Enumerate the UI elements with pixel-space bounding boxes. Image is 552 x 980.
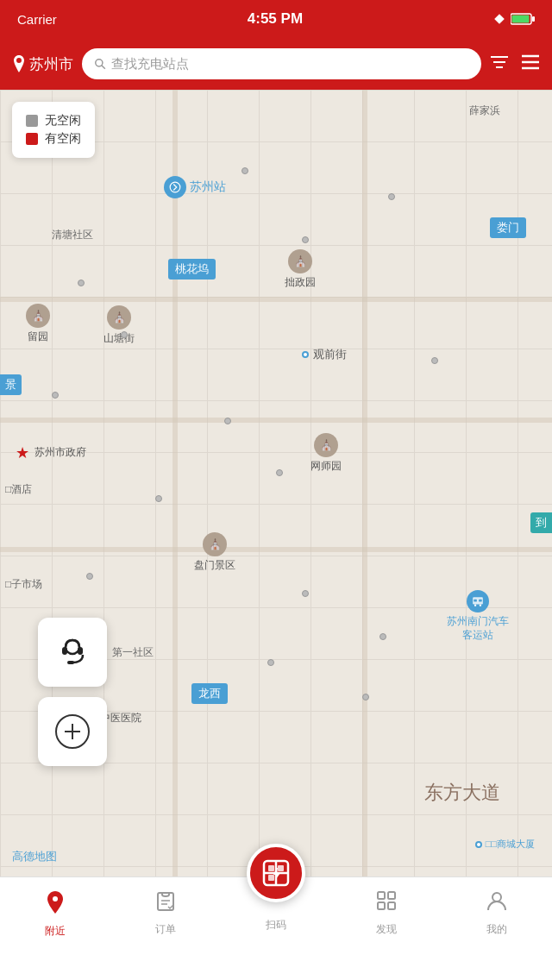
clipboard-icon xyxy=(154,889,177,912)
panmen-poi: ⛪ 盘门景区 xyxy=(194,532,235,573)
svg-rect-13 xyxy=(474,600,477,602)
bottom-landmark-text: □□商城大厦 xyxy=(486,838,535,851)
bottom-landmark-dot xyxy=(475,841,482,848)
svg-line-4 xyxy=(102,66,105,69)
liuyuan-poi: ⛪ 留园 xyxy=(26,304,50,344)
svg-point-3 xyxy=(96,60,103,66)
grid-icon xyxy=(375,889,398,912)
zizi-market-text: □子市场 xyxy=(5,577,42,592)
liuyuan-text: 留园 xyxy=(28,330,48,344)
tab-orders[interactable]: 订单 xyxy=(110,889,221,937)
legend-dot-red xyxy=(26,133,38,145)
shantangjie-icon: ⛪ xyxy=(107,305,131,330)
tab-discover[interactable]: 发现 xyxy=(331,889,442,937)
svg-rect-19 xyxy=(78,647,83,655)
bottom-landmark: □□商城大厦 xyxy=(475,838,535,851)
legend-dot-gray xyxy=(26,115,38,127)
crosshair-cross xyxy=(65,724,80,739)
shantangjie-text: 山塘街 xyxy=(104,331,135,346)
dot4 xyxy=(78,280,85,286)
scan-button[interactable] xyxy=(247,844,305,902)
panmen-text: 盘门景区 xyxy=(194,558,235,573)
location-pin-icon xyxy=(12,55,26,72)
svg-point-11 xyxy=(170,182,180,192)
location-tab-icon xyxy=(43,889,67,914)
svg-rect-1 xyxy=(512,16,530,23)
city-name: 苏州市 xyxy=(29,54,73,74)
header-actions xyxy=(490,54,540,74)
south-bus-station: 苏州南门汽车客运站 xyxy=(447,590,509,642)
svg-rect-18 xyxy=(62,647,67,655)
discover-icon xyxy=(375,889,398,918)
search-bar[interactable]: 查找充电站点 xyxy=(82,48,481,79)
filter-icon xyxy=(490,54,509,70)
longxi-label: 龙西 xyxy=(191,683,228,704)
status-icons xyxy=(493,13,535,25)
city-selector[interactable]: 苏州市 xyxy=(12,54,73,74)
dot11 xyxy=(86,573,93,580)
dot12 xyxy=(302,590,309,597)
gaode-watermark: 高德地图 xyxy=(12,849,57,864)
location-button[interactable] xyxy=(38,697,107,766)
qingtang-label: 清塘社区 xyxy=(52,228,93,242)
svg-rect-25 xyxy=(278,865,284,871)
nearby-icon xyxy=(43,889,67,920)
mine-icon xyxy=(486,889,508,918)
dot3 xyxy=(302,236,309,243)
map-view[interactable]: 无空闲 有空闲 薛家浜 清塘社区 苏州站 娄门 桃花坞 ⛪ 拙政园 ⛪ 留园 ⛪ xyxy=(0,90,552,876)
svg-rect-24 xyxy=(268,865,274,871)
ev-charge-icon xyxy=(169,181,181,193)
orders-label: 订单 xyxy=(155,922,176,937)
guanqianjie: 观前街 xyxy=(302,347,347,362)
svg-rect-35 xyxy=(388,902,395,909)
discover-label: 发现 xyxy=(376,922,397,937)
jiudian-text: □酒店 xyxy=(5,482,32,497)
dot9 xyxy=(276,469,283,476)
filter-button[interactable] xyxy=(490,54,509,74)
tab-nearby[interactable]: 附近 xyxy=(0,889,110,939)
suzhou-gov-text: 苏州市政府 xyxy=(34,445,86,460)
zhengzhengyuan-icon: ⛪ xyxy=(288,249,312,273)
dot7 xyxy=(52,392,59,399)
guanqianjie-text: 观前街 xyxy=(313,347,347,362)
dot5 xyxy=(121,331,128,338)
crosshair-outer xyxy=(55,714,90,749)
road-h2 xyxy=(0,418,552,423)
dot14 xyxy=(267,659,274,666)
dot15 xyxy=(362,694,369,700)
legend-no-vacant: 无空闲 xyxy=(26,113,81,129)
right-edge-label: 到 xyxy=(530,512,552,533)
menu-button[interactable] xyxy=(521,54,540,74)
headset-icon xyxy=(55,635,90,669)
dot13 xyxy=(380,633,386,640)
shantangjie-poi: ⛪ 山塘街 xyxy=(104,305,135,346)
south-bus-text: 苏州南门汽车客运站 xyxy=(447,615,509,642)
liuyuan-icon: ⛪ xyxy=(26,304,50,328)
station-label-text: 苏州站 xyxy=(190,179,226,195)
road-h1 xyxy=(0,297,552,302)
road-v2 xyxy=(362,90,367,876)
guanqianjie-dot xyxy=(302,351,309,358)
wangshiyuan-icon: ⛪ xyxy=(314,433,338,457)
nearby-label: 附近 xyxy=(45,924,66,939)
mine-label: 我的 xyxy=(486,922,507,937)
app-header: 苏州市 查找充电站点 xyxy=(0,38,552,90)
bus-svg xyxy=(472,595,484,607)
status-bar: Carrier 4:55 PM xyxy=(0,0,552,38)
customer-service-button[interactable] xyxy=(38,618,107,687)
map-legend: 无空闲 有空闲 xyxy=(12,102,95,158)
road-h3 xyxy=(0,547,552,552)
lousmen-label: 娄门 xyxy=(490,217,526,238)
dot2 xyxy=(388,193,395,200)
road-v1 xyxy=(172,90,178,876)
svg-rect-14 xyxy=(479,600,482,602)
person-icon xyxy=(486,889,508,912)
svg-rect-2 xyxy=(532,16,535,22)
tab-mine[interactable]: 我的 xyxy=(442,889,552,937)
legend-no-vacant-label: 无空闲 xyxy=(45,113,81,129)
east-road-text: 东方大道 xyxy=(424,780,500,806)
panmen-icon: ⛪ xyxy=(203,532,227,556)
time-text: 4:55 PM xyxy=(248,10,303,28)
dot6 xyxy=(431,357,438,364)
navigation-icon xyxy=(493,13,505,25)
